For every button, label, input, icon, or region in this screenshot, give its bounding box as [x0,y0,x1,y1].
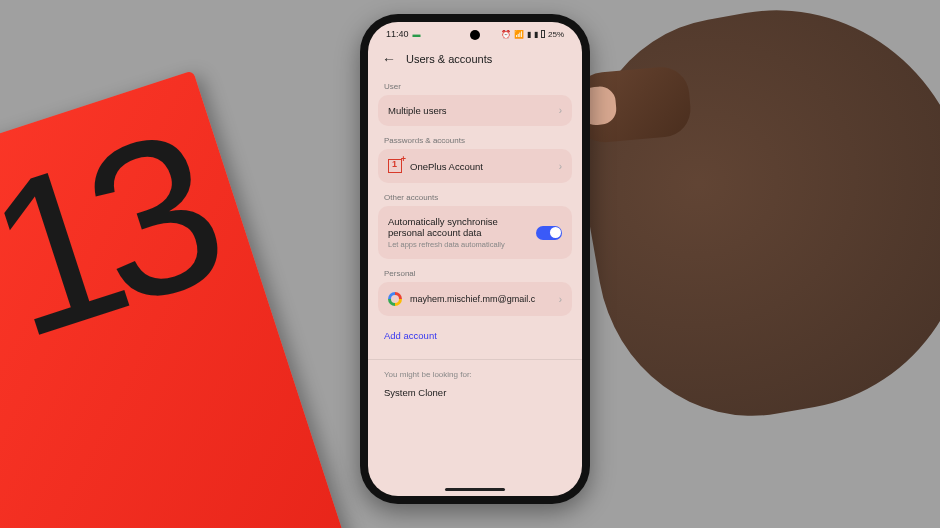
box-number: 13 [0,121,222,352]
google-account-row[interactable]: mayhem.mischief.mm@gmail.c › [378,282,572,316]
chevron-right-icon: › [559,105,562,116]
signal2-icon: ▮ [534,30,538,39]
phone-frame: 11:40 ▬ ⏰ 📶 ▮ ▮ 25% ← Users & accounts U… [360,14,590,504]
message-icon: ▬ [413,30,421,39]
chevron-right-icon: › [559,294,562,305]
home-indicator[interactable] [445,488,505,491]
status-time: 11:40 [386,29,409,39]
multiple-users-label: Multiple users [388,105,447,116]
add-account-button[interactable]: Add account [378,320,572,353]
product-box: 13 [0,70,347,528]
back-icon[interactable]: ← [382,52,396,66]
page-title: Users & accounts [406,53,492,65]
page-header: ← Users & accounts [378,46,572,76]
signal-icon: ▮ [527,30,531,39]
section-user-label: User [378,76,572,95]
auto-sync-title: Automatically synchronise personal accou… [388,216,530,238]
section-passwords-label: Passwords & accounts [378,130,572,149]
auto-sync-sub: Let apps refresh data automatically [388,240,530,249]
multiple-users-row[interactable]: Multiple users › [378,95,572,126]
wifi-icon: 📶 [514,30,524,39]
account-email: mayhem.mischief.mm@gmail.c [410,294,551,304]
section-personal-label: Personal [378,263,572,282]
auto-sync-row[interactable]: Automatically synchronise personal accou… [378,206,572,259]
battery-percent: 25% [548,30,564,39]
alarm-icon: ⏰ [501,30,511,39]
oneplus-account-label: OnePlus Account [410,161,483,172]
chevron-right-icon: › [559,161,562,172]
suggestions-label: You might be looking for: [384,370,566,379]
section-other-label: Other accounts [378,187,572,206]
phone-screen: 11:40 ▬ ⏰ 📶 ▮ ▮ 25% ← Users & accounts U… [368,22,582,496]
hand [558,0,940,440]
auto-sync-toggle[interactable] [536,226,562,240]
google-icon [388,292,402,306]
camera-hole [470,30,480,40]
oneplus-icon [388,159,402,173]
system-cloner-link[interactable]: System Cloner [384,387,566,398]
suggestions-section: You might be looking for: System Cloner [368,359,582,438]
battery-icon [541,30,545,38]
oneplus-account-row[interactable]: OnePlus Account › [378,149,572,183]
